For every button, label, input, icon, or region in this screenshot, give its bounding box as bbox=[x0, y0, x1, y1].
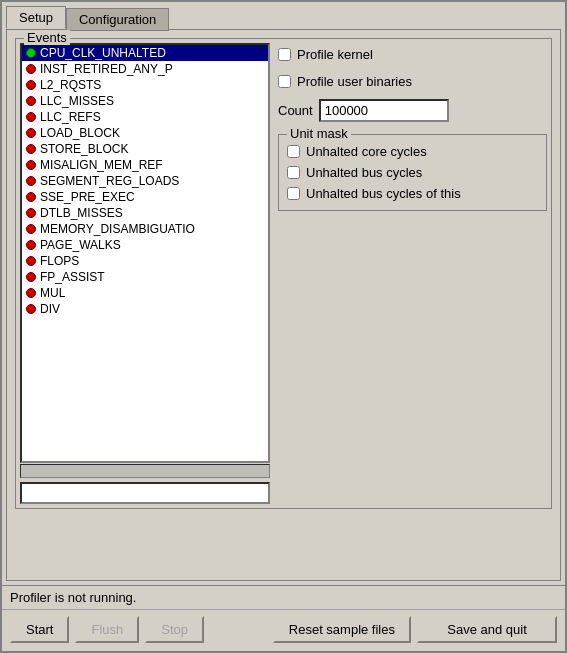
event-name-load_block: LOAD_BLOCK bbox=[40, 126, 120, 140]
count-row: Count bbox=[278, 99, 547, 122]
events-group-label: Events bbox=[24, 30, 70, 45]
unit-mask-item-2: Unhalted bus cycles of this bbox=[287, 183, 538, 204]
event-dot-llc_misses bbox=[26, 96, 36, 106]
event-dot-load_block bbox=[26, 128, 36, 138]
profile-kernel-label: Profile kernel bbox=[297, 47, 373, 62]
status-bar: Profiler is not running. bbox=[2, 585, 565, 609]
event-dot-dtlb_misses bbox=[26, 208, 36, 218]
list-item[interactable]: LLC_MISSES bbox=[22, 93, 268, 109]
event-name-cpu_clk: CPU_CLK_UNHALTED bbox=[40, 46, 166, 60]
event-dot-memory_disambig bbox=[26, 224, 36, 234]
unit-mask-item-0: Unhalted core cycles bbox=[287, 141, 538, 162]
list-item[interactable]: DIV bbox=[22, 301, 268, 317]
count-label: Count bbox=[278, 103, 313, 118]
profile-kernel-checkbox[interactable] bbox=[278, 48, 291, 61]
profile-user-checkbox[interactable] bbox=[278, 75, 291, 88]
list-item[interactable]: SSE_PRE_EXEC bbox=[22, 189, 268, 205]
event-name-div: DIV bbox=[40, 302, 60, 316]
event-name-fp_assist: FP_ASSIST bbox=[40, 270, 105, 284]
event-name-mul: MUL bbox=[40, 286, 65, 300]
list-item[interactable]: DTLB_MISSES bbox=[22, 205, 268, 221]
list-item[interactable]: SEGMENT_REG_LOADS bbox=[22, 173, 268, 189]
tab-configuration[interactable]: Configuration bbox=[66, 8, 169, 31]
event-list[interactable]: CPU_CLK_UNHALTEDINST_RETIRED_ANY_PL2_RQS… bbox=[20, 43, 270, 463]
list-item[interactable]: FP_ASSIST bbox=[22, 269, 268, 285]
list-item[interactable]: MISALIGN_MEM_REF bbox=[22, 157, 268, 173]
event-dot-llc_refs bbox=[26, 112, 36, 122]
unit-mask-label-1: Unhalted bus cycles bbox=[306, 165, 422, 180]
count-input[interactable] bbox=[319, 99, 449, 122]
event-dot-page_walks bbox=[26, 240, 36, 250]
event-name-memory_disambig: MEMORY_DISAMBIGUATIO bbox=[40, 222, 195, 236]
event-dot-div bbox=[26, 304, 36, 314]
event-dot-l2_rqsts bbox=[26, 80, 36, 90]
start-button[interactable]: Start bbox=[10, 616, 69, 643]
profile-user-row: Profile user binaries bbox=[278, 72, 547, 91]
event-dot-store_block bbox=[26, 144, 36, 154]
list-item[interactable]: STORE_BLOCK bbox=[22, 141, 268, 157]
tab-bar: Setup Configuration bbox=[2, 2, 565, 29]
event-name-flops: FLOPS bbox=[40, 254, 79, 268]
tab-setup[interactable]: Setup bbox=[6, 6, 66, 29]
event-name-llc_refs: LLC_REFS bbox=[40, 110, 101, 124]
event-dot-flops bbox=[26, 256, 36, 266]
list-item[interactable]: FLOPS bbox=[22, 253, 268, 269]
list-item[interactable]: MUL bbox=[22, 285, 268, 301]
event-name-misalign_mem_ref: MISALIGN_MEM_REF bbox=[40, 158, 163, 172]
list-item[interactable]: MEMORY_DISAMBIGUATIO bbox=[22, 221, 268, 237]
unit-mask-item-1: Unhalted bus cycles bbox=[287, 162, 538, 183]
list-item[interactable]: PAGE_WALKS bbox=[22, 237, 268, 253]
list-item[interactable]: LLC_REFS bbox=[22, 109, 268, 125]
save-quit-button[interactable]: Save and quit bbox=[417, 616, 557, 643]
list-item[interactable]: INST_RETIRED_ANY_P bbox=[22, 61, 268, 77]
reset-button[interactable]: Reset sample files bbox=[273, 616, 411, 643]
event-dot-inst_retired bbox=[26, 64, 36, 74]
event-list-container: CPU_CLK_UNHALTEDINST_RETIRED_ANY_PL2_RQS… bbox=[20, 43, 270, 504]
event-name-llc_misses: LLC_MISSES bbox=[40, 94, 114, 108]
unit-mask-checkbox-0[interactable] bbox=[287, 145, 300, 158]
right-panel: Profile kernel Profile user binaries Cou… bbox=[278, 43, 547, 504]
event-dot-segment_reg_loads bbox=[26, 176, 36, 186]
event-dot-cpu_clk bbox=[26, 48, 36, 58]
unit-mask-checkbox-1[interactable] bbox=[287, 166, 300, 179]
button-bar: Start Flush Stop Reset sample files Save… bbox=[2, 609, 565, 651]
main-window: Setup Configuration Events CPU_CLK_UNHAL… bbox=[0, 0, 567, 653]
list-item[interactable]: CPU_CLK_UNHALTED bbox=[22, 45, 268, 61]
status-text: Profiler is not running. bbox=[10, 590, 136, 605]
stop-button[interactable]: Stop bbox=[145, 616, 204, 643]
event-name-dtlb_misses: DTLB_MISSES bbox=[40, 206, 123, 220]
event-name-segment_reg_loads: SEGMENT_REG_LOADS bbox=[40, 174, 179, 188]
event-dot-mul bbox=[26, 288, 36, 298]
list-item[interactable]: L2_RQSTS bbox=[22, 77, 268, 93]
event-name-l2_rqsts: L2_RQSTS bbox=[40, 78, 101, 92]
unit-mask-label-0: Unhalted core cycles bbox=[306, 144, 427, 159]
list-item[interactable]: LOAD_BLOCK bbox=[22, 125, 268, 141]
flush-button[interactable]: Flush bbox=[75, 616, 139, 643]
event-dot-sse_pre_exec bbox=[26, 192, 36, 202]
unit-mask-checkbox-2[interactable] bbox=[287, 187, 300, 200]
unit-mask-label-2: Unhalted bus cycles of this bbox=[306, 186, 461, 201]
event-name-page_walks: PAGE_WALKS bbox=[40, 238, 121, 252]
events-area: CPU_CLK_UNHALTEDINST_RETIRED_ANY_PL2_RQS… bbox=[20, 43, 547, 504]
main-content: Events CPU_CLK_UNHALTEDINST_RETIRED_ANY_… bbox=[6, 29, 561, 581]
profile-kernel-row: Profile kernel bbox=[278, 45, 547, 64]
unit-mask-label: Unit mask bbox=[287, 126, 351, 141]
horizontal-scrollbar[interactable] bbox=[20, 464, 270, 478]
event-name-inst_retired: INST_RETIRED_ANY_P bbox=[40, 62, 173, 76]
events-group: Events CPU_CLK_UNHALTEDINST_RETIRED_ANY_… bbox=[15, 38, 552, 509]
event-text-input[interactable] bbox=[20, 482, 270, 504]
unit-mask-group: Unit mask Unhalted core cycles Unhalted … bbox=[278, 134, 547, 211]
event-name-sse_pre_exec: SSE_PRE_EXEC bbox=[40, 190, 135, 204]
profile-user-label: Profile user binaries bbox=[297, 74, 412, 89]
event-dot-fp_assist bbox=[26, 272, 36, 282]
event-name-store_block: STORE_BLOCK bbox=[40, 142, 128, 156]
event-dot-misalign_mem_ref bbox=[26, 160, 36, 170]
